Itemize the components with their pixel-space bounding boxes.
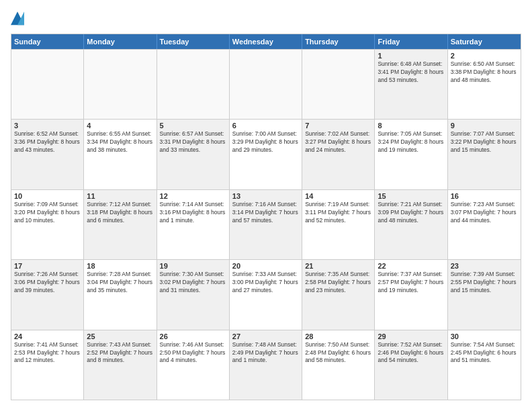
logo-icon <box>11 11 24 27</box>
weekday-header-tuesday: Tuesday <box>157 34 230 49</box>
day-info: Sunrise: 7:26 AM Sunset: 3:06 PM Dayligh… <box>14 271 81 295</box>
cal-cell-2-4: 14Sunrise: 7:19 AM Sunset: 3:11 PM Dayli… <box>302 190 375 259</box>
weekday-header-sunday: Sunday <box>11 34 84 49</box>
cal-cell-4-0: 24Sunrise: 7:41 AM Sunset: 2:53 PM Dayli… <box>11 330 84 400</box>
calendar-row-3: 17Sunrise: 7:26 AM Sunset: 3:06 PM Dayli… <box>11 259 521 329</box>
day-number: 19 <box>160 262 226 270</box>
day-number: 8 <box>378 122 444 130</box>
cal-cell-4-1: 25Sunrise: 7:43 AM Sunset: 2:52 PM Dayli… <box>84 330 157 400</box>
cal-cell-0-3 <box>230 50 302 119</box>
day-number: 29 <box>378 332 444 340</box>
day-number: 21 <box>305 262 371 270</box>
day-info: Sunrise: 7:43 AM Sunset: 2:52 PM Dayligh… <box>87 341 153 365</box>
day-number: 18 <box>87 262 153 270</box>
cal-cell-2-3: 13Sunrise: 7:16 AM Sunset: 3:14 PM Dayli… <box>230 190 302 259</box>
day-info: Sunrise: 7:23 AM Sunset: 3:07 PM Dayligh… <box>451 201 518 225</box>
day-number: 3 <box>14 122 81 130</box>
day-number: 23 <box>451 262 518 270</box>
day-info: Sunrise: 7:37 AM Sunset: 2:57 PM Dayligh… <box>378 271 444 295</box>
day-info: Sunrise: 6:52 AM Sunset: 3:36 PM Dayligh… <box>14 130 81 154</box>
day-number: 22 <box>378 262 444 270</box>
cal-cell-1-2: 5Sunrise: 6:57 AM Sunset: 3:31 PM Daylig… <box>157 120 230 189</box>
cal-cell-2-0: 10Sunrise: 7:09 AM Sunset: 3:20 PM Dayli… <box>11 190 84 259</box>
day-number: 20 <box>232 262 299 270</box>
day-info: Sunrise: 7:54 AM Sunset: 2:45 PM Dayligh… <box>451 341 518 365</box>
day-number: 6 <box>232 122 299 130</box>
day-number: 24 <box>14 332 81 340</box>
weekday-header-monday: Monday <box>84 34 157 49</box>
day-number: 9 <box>451 122 518 130</box>
calendar: SundayMondayTuesdayWednesdayThursdayFrid… <box>11 34 521 400</box>
day-info: Sunrise: 7:48 AM Sunset: 2:49 PM Dayligh… <box>232 341 299 365</box>
day-info: Sunrise: 6:57 AM Sunset: 3:31 PM Dayligh… <box>160 130 226 154</box>
day-info: Sunrise: 7:39 AM Sunset: 2:55 PM Dayligh… <box>451 271 518 295</box>
cal-cell-0-6: 2Sunrise: 6:50 AM Sunset: 3:38 PM Daylig… <box>448 50 521 119</box>
calendar-row-0: 1Sunrise: 6:48 AM Sunset: 3:41 PM Daylig… <box>11 49 521 119</box>
calendar-header: SundayMondayTuesdayWednesdayThursdayFrid… <box>11 34 521 49</box>
day-number: 7 <box>305 122 371 130</box>
calendar-body: 1Sunrise: 6:48 AM Sunset: 3:41 PM Daylig… <box>11 49 521 400</box>
day-info: Sunrise: 7:19 AM Sunset: 3:11 PM Dayligh… <box>305 201 371 225</box>
cal-cell-2-2: 12Sunrise: 7:14 AM Sunset: 3:16 PM Dayli… <box>157 190 230 259</box>
cal-cell-2-6: 16Sunrise: 7:23 AM Sunset: 3:07 PM Dayli… <box>448 190 521 259</box>
cal-cell-4-4: 28Sunrise: 7:50 AM Sunset: 2:48 PM Dayli… <box>302 330 375 400</box>
cal-cell-1-3: 6Sunrise: 7:00 AM Sunset: 3:29 PM Daylig… <box>230 120 302 189</box>
cal-cell-1-0: 3Sunrise: 6:52 AM Sunset: 3:36 PM Daylig… <box>11 120 84 189</box>
day-number: 17 <box>14 262 81 270</box>
weekday-header-friday: Friday <box>375 34 447 49</box>
day-info: Sunrise: 7:12 AM Sunset: 3:18 PM Dayligh… <box>87 201 153 225</box>
calendar-row-4: 24Sunrise: 7:41 AM Sunset: 2:53 PM Dayli… <box>11 330 521 400</box>
day-info: Sunrise: 7:52 AM Sunset: 2:46 PM Dayligh… <box>378 341 444 365</box>
weekday-header-thursday: Thursday <box>302 34 375 49</box>
cal-cell-3-2: 19Sunrise: 7:30 AM Sunset: 3:02 PM Dayli… <box>157 260 230 329</box>
day-number: 2 <box>451 52 518 60</box>
day-number: 28 <box>305 332 371 340</box>
cal-cell-4-2: 26Sunrise: 7:46 AM Sunset: 2:50 PM Dayli… <box>157 330 230 400</box>
day-info: Sunrise: 6:55 AM Sunset: 3:34 PM Dayligh… <box>87 130 153 154</box>
day-info: Sunrise: 7:46 AM Sunset: 2:50 PM Dayligh… <box>160 341 226 365</box>
day-info: Sunrise: 7:35 AM Sunset: 2:58 PM Dayligh… <box>305 271 371 295</box>
cal-cell-3-6: 23Sunrise: 7:39 AM Sunset: 2:55 PM Dayli… <box>448 260 521 329</box>
cal-cell-0-1 <box>84 50 157 119</box>
cal-cell-0-5: 1Sunrise: 6:48 AM Sunset: 3:41 PM Daylig… <box>375 50 447 119</box>
day-number: 27 <box>232 332 299 340</box>
calendar-row-2: 10Sunrise: 7:09 AM Sunset: 3:20 PM Dayli… <box>11 189 521 259</box>
day-number: 1 <box>378 52 444 60</box>
weekday-header-saturday: Saturday <box>448 34 521 49</box>
cal-cell-0-2 <box>157 50 230 119</box>
day-number: 10 <box>14 192 81 200</box>
cal-cell-1-4: 7Sunrise: 7:02 AM Sunset: 3:27 PM Daylig… <box>302 120 375 189</box>
calendar-row-1: 3Sunrise: 6:52 AM Sunset: 3:36 PM Daylig… <box>11 119 521 189</box>
day-number: 25 <box>87 332 153 340</box>
day-info: Sunrise: 7:00 AM Sunset: 3:29 PM Dayligh… <box>232 130 299 154</box>
cal-cell-4-6: 30Sunrise: 7:54 AM Sunset: 2:45 PM Dayli… <box>448 330 521 400</box>
day-number: 16 <box>451 192 518 200</box>
cal-cell-3-1: 18Sunrise: 7:28 AM Sunset: 3:04 PM Dayli… <box>84 260 157 329</box>
day-number: 30 <box>451 332 518 340</box>
day-info: Sunrise: 7:21 AM Sunset: 3:09 PM Dayligh… <box>378 201 444 225</box>
cal-cell-0-0 <box>11 50 84 119</box>
day-info: Sunrise: 7:30 AM Sunset: 3:02 PM Dayligh… <box>160 271 226 295</box>
day-info: Sunrise: 7:33 AM Sunset: 3:00 PM Dayligh… <box>232 271 299 295</box>
day-info: Sunrise: 7:09 AM Sunset: 3:20 PM Dayligh… <box>14 201 81 225</box>
day-info: Sunrise: 7:16 AM Sunset: 3:14 PM Dayligh… <box>232 201 299 225</box>
day-info: Sunrise: 7:02 AM Sunset: 3:27 PM Dayligh… <box>305 130 371 154</box>
cal-cell-1-1: 4Sunrise: 6:55 AM Sunset: 3:34 PM Daylig… <box>84 120 157 189</box>
weekday-header-wednesday: Wednesday <box>230 34 302 49</box>
day-info: Sunrise: 7:14 AM Sunset: 3:16 PM Dayligh… <box>160 201 226 225</box>
day-number: 15 <box>378 192 444 200</box>
day-info: Sunrise: 7:28 AM Sunset: 3:04 PM Dayligh… <box>87 271 153 295</box>
logo <box>11 11 26 27</box>
cal-cell-1-5: 8Sunrise: 7:05 AM Sunset: 3:24 PM Daylig… <box>375 120 447 189</box>
cal-cell-3-3: 20Sunrise: 7:33 AM Sunset: 3:00 PM Dayli… <box>230 260 302 329</box>
cal-cell-3-5: 22Sunrise: 7:37 AM Sunset: 2:57 PM Dayli… <box>375 260 447 329</box>
cal-cell-4-3: 27Sunrise: 7:48 AM Sunset: 2:49 PM Dayli… <box>230 330 302 400</box>
day-number: 4 <box>87 122 153 130</box>
cal-cell-2-5: 15Sunrise: 7:21 AM Sunset: 3:09 PM Dayli… <box>375 190 447 259</box>
day-number: 12 <box>160 192 226 200</box>
cal-cell-3-0: 17Sunrise: 7:26 AM Sunset: 3:06 PM Dayli… <box>11 260 84 329</box>
header <box>11 11 521 27</box>
day-number: 14 <box>305 192 371 200</box>
day-info: Sunrise: 6:50 AM Sunset: 3:38 PM Dayligh… <box>451 60 518 85</box>
cal-cell-0-4 <box>302 50 375 119</box>
